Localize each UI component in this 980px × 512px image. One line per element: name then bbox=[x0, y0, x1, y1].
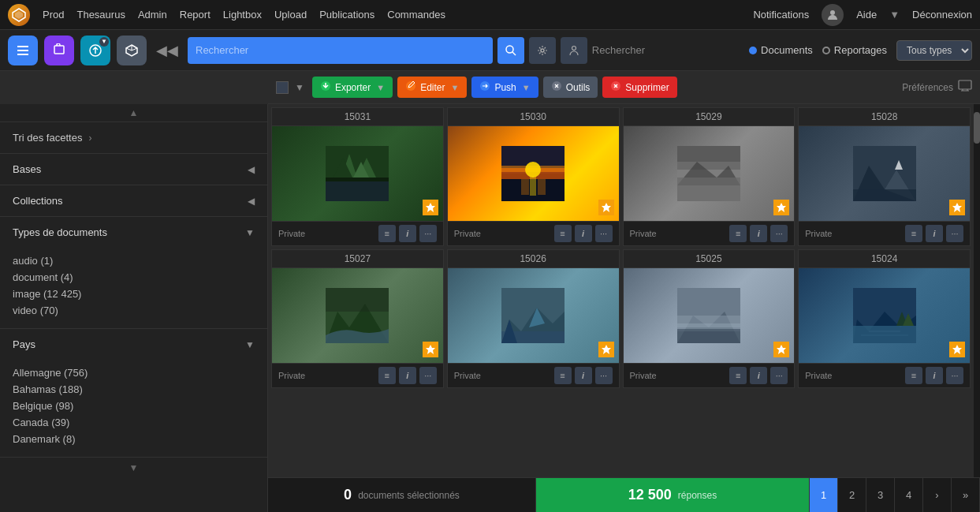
photo-card-6[interactable]: 15025 bbox=[623, 249, 796, 388]
photo-card-1[interactable]: 15030 bbox=[447, 107, 620, 246]
monitor-icon[interactable] bbox=[958, 80, 972, 95]
page-next-btn[interactable]: › bbox=[923, 478, 952, 513]
photo-card-7[interactable]: 15024 bbox=[798, 249, 971, 388]
nav-publications[interactable]: Publications bbox=[319, 9, 374, 21]
upload-button[interactable]: ▼ bbox=[80, 36, 110, 65]
photo-card-2[interactable]: 15029 bbox=[623, 107, 796, 246]
photo-card-0[interactable]: 15031 bbox=[271, 107, 444, 246]
pays-danemark[interactable]: Danemark (8) bbox=[13, 431, 255, 447]
photo-info-btn-3[interactable]: i bbox=[926, 225, 943, 242]
supprimer-button[interactable]: Supprimer bbox=[602, 77, 676, 98]
svg-rect-69 bbox=[853, 326, 916, 343]
photo-more-btn-2[interactable]: ··· bbox=[770, 225, 788, 242]
push-dropdown[interactable]: ▼ bbox=[522, 83, 531, 92]
photo-badge-6 bbox=[773, 342, 789, 357]
user-avatar[interactable] bbox=[822, 4, 844, 26]
push-button[interactable]: Push ▼ bbox=[471, 77, 538, 98]
search-button[interactable] bbox=[497, 37, 524, 64]
pays-header[interactable]: Pays ▼ bbox=[0, 329, 267, 360]
photo-info-btn-4[interactable]: i bbox=[399, 367, 416, 384]
pays-canada[interactable]: Canada (39) bbox=[13, 414, 255, 431]
right-scrollbar[interactable] bbox=[974, 104, 980, 477]
collections-header[interactable]: Collections ◀ bbox=[0, 185, 267, 216]
user-search-button[interactable] bbox=[561, 37, 587, 64]
photo-list-btn-5[interactable]: ≡ bbox=[554, 367, 572, 384]
photo-more-btn-0[interactable]: ··· bbox=[419, 225, 437, 242]
deconnexion-link[interactable]: Déconnexion bbox=[912, 9, 972, 21]
nav-thesaurus[interactable]: Thesaurus bbox=[76, 9, 125, 21]
photo-card-4[interactable]: 15027 bbox=[271, 249, 444, 388]
scroll-down-indicator[interactable]: ▼ bbox=[129, 462, 139, 473]
select-all-checkbox[interactable] bbox=[276, 81, 289, 94]
photo-list-btn-3[interactable]: ≡ bbox=[905, 225, 922, 242]
photo-info-btn-0[interactable]: i bbox=[399, 225, 416, 242]
nav-report[interactable]: Report bbox=[180, 9, 211, 21]
types-header[interactable]: Types de documents ▼ bbox=[0, 217, 267, 248]
pays-belgique[interactable]: Belgique (98) bbox=[13, 398, 255, 414]
photo-list-btn-0[interactable]: ≡ bbox=[378, 225, 396, 242]
facettes-row[interactable]: Tri des facettes › bbox=[0, 122, 267, 154]
page-last-btn[interactable]: » bbox=[952, 478, 980, 513]
page-btn-1[interactable]: 1 bbox=[810, 478, 838, 513]
aide-arrow: ▼ bbox=[889, 9, 900, 21]
svg-rect-28 bbox=[326, 181, 389, 201]
reportages-radio[interactable]: Reportages bbox=[822, 44, 887, 56]
photo-more-btn-5[interactable]: ··· bbox=[595, 367, 613, 384]
filter-type-select[interactable]: Tous types bbox=[896, 40, 972, 61]
photo-more-btn-7[interactable]: ··· bbox=[946, 367, 963, 384]
basket-button[interactable] bbox=[44, 36, 74, 65]
photo-more-btn-3[interactable]: ··· bbox=[946, 225, 963, 242]
photo-info-btn-1[interactable]: i bbox=[575, 225, 592, 242]
collapse-sidebar-button[interactable]: ◀◀ bbox=[153, 39, 181, 62]
page-btn-4[interactable]: 4 bbox=[895, 478, 923, 513]
bases-header[interactable]: Bases ◀ bbox=[0, 154, 267, 185]
photo-card-3[interactable]: 15028 bbox=[798, 107, 971, 246]
photo-more-btn-1[interactable]: ··· bbox=[595, 225, 613, 242]
select-dropdown-arrow[interactable]: ▼ bbox=[292, 82, 307, 93]
photo-info-btn-2[interactable]: i bbox=[750, 225, 767, 242]
cube-button[interactable] bbox=[117, 36, 147, 65]
nav-admin[interactable]: Admin bbox=[138, 9, 167, 21]
photo-list-btn-1[interactable]: ≡ bbox=[554, 225, 572, 242]
nav-prod[interactable]: Prod bbox=[43, 9, 64, 21]
pays-bahamas[interactable]: Bahamas (188) bbox=[13, 381, 255, 398]
types-items: audio (1) document (4) image (12 425) vi… bbox=[0, 248, 267, 328]
notifications-link[interactable]: Notifications bbox=[753, 9, 809, 21]
bases-section: Bases ◀ bbox=[0, 154, 267, 185]
type-image[interactable]: image (12 425) bbox=[13, 286, 255, 302]
nav-upload[interactable]: Upload bbox=[274, 9, 307, 21]
photo-list-btn-4[interactable]: ≡ bbox=[378, 367, 396, 384]
exporter-dropdown[interactable]: ▼ bbox=[376, 83, 385, 92]
photo-list-btn-7[interactable]: ≡ bbox=[905, 367, 922, 384]
photo-more-btn-6[interactable]: ··· bbox=[770, 367, 788, 384]
type-audio[interactable]: audio (1) bbox=[13, 252, 255, 269]
type-video[interactable]: video (70) bbox=[13, 302, 255, 319]
editer-dropdown[interactable]: ▼ bbox=[451, 83, 460, 92]
photo-list-btn-2[interactable]: ≡ bbox=[729, 225, 747, 242]
photo-info-btn-5[interactable]: i bbox=[575, 367, 592, 384]
editer-button[interactable]: Editer ▼ bbox=[397, 77, 467, 98]
photo-card-5[interactable]: 15026 bbox=[447, 249, 620, 388]
page-btn-2[interactable]: 2 bbox=[838, 478, 866, 513]
svg-point-14 bbox=[541, 49, 544, 52]
search-settings-button[interactable] bbox=[529, 37, 556, 64]
photo-grid-scroll[interactable]: 15031 bbox=[268, 104, 974, 477]
aide-link[interactable]: Aide bbox=[856, 9, 877, 21]
pays-allemagne[interactable]: Allemagne (756) bbox=[13, 364, 255, 381]
type-document[interactable]: document (4) bbox=[13, 269, 255, 286]
nav-lightbox[interactable]: Lightbox bbox=[223, 9, 262, 21]
photo-more-btn-4[interactable]: ··· bbox=[419, 367, 437, 384]
menu-button[interactable] bbox=[8, 36, 38, 65]
svg-marker-74 bbox=[952, 345, 962, 354]
exporter-button[interactable]: Exporter ▼ bbox=[312, 77, 393, 98]
photo-list-btn-6[interactable]: ≡ bbox=[729, 367, 747, 384]
search-input[interactable] bbox=[188, 37, 493, 64]
page-btn-3[interactable]: 3 bbox=[866, 478, 895, 513]
documents-radio[interactable]: Documents bbox=[749, 44, 813, 56]
scroll-up-indicator[interactable]: ▲ bbox=[129, 107, 139, 118]
photo-thumb-6 bbox=[624, 268, 795, 363]
nav-commandes[interactable]: Commandes bbox=[387, 9, 445, 21]
photo-info-btn-7[interactable]: i bbox=[926, 367, 943, 384]
outils-button[interactable]: Outils bbox=[543, 77, 598, 98]
photo-info-btn-6[interactable]: i bbox=[750, 367, 767, 384]
